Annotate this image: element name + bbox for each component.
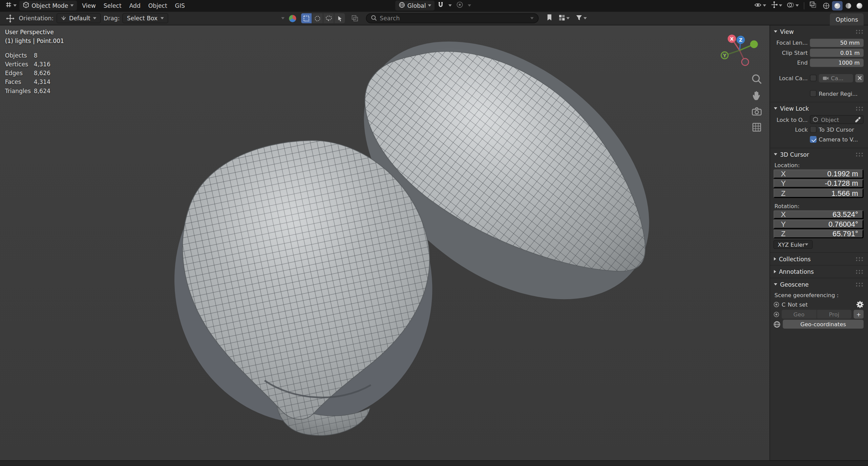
tweak-select-button[interactable] — [334, 13, 345, 23]
cursor-rotation-y[interactable]: Y0.76004° — [774, 220, 864, 229]
circle-select-button[interactable] — [312, 13, 323, 23]
stat-objects: Objects8 — [5, 51, 64, 60]
cursor-rotation-x[interactable]: X63.524° — [774, 210, 864, 219]
drag-dropdown[interactable]: Select Box — [123, 13, 168, 23]
drag-dropdown-value: Select Box — [127, 15, 157, 22]
render-region-checkbox[interactable] — [810, 90, 817, 97]
xray-toggle[interactable] — [808, 0, 818, 11]
menu-add[interactable]: Add — [125, 1, 144, 10]
cursor-location-y[interactable]: Y-0.1728 m — [774, 179, 864, 188]
shading-rendered-button[interactable] — [854, 1, 865, 10]
funnel-icon — [576, 14, 583, 23]
panel-grip[interactable] — [855, 282, 864, 287]
panel-view-header[interactable]: View — [770, 25, 868, 38]
shading-solid-button[interactable] — [832, 1, 843, 10]
move-tool-icon[interactable] — [4, 13, 16, 23]
panel-3d-cursor-header[interactable]: 3D Cursor — [770, 148, 868, 160]
focal-length-field[interactable]: 50 mm — [810, 39, 864, 47]
box-select-button[interactable] — [301, 13, 312, 23]
panel-grip[interactable] — [855, 257, 864, 262]
clip-end-field[interactable]: 1000 m — [810, 58, 864, 67]
add-crs-button[interactable]: + — [854, 310, 864, 318]
presets-grid-icon — [558, 14, 565, 23]
proj-button[interactable]: Proj — [817, 310, 851, 318]
viewport-3d[interactable]: User Perspective (1) lights | Point.001 … — [0, 25, 769, 460]
panel-grip[interactable] — [855, 29, 864, 34]
stat-triangles: Triangles8,624 — [5, 86, 64, 95]
menu-bar: View Select Add Object GIS — [78, 1, 189, 10]
crs-settings-button[interactable] — [856, 301, 864, 308]
display-presets-dropdown[interactable] — [557, 13, 571, 23]
panel-grip[interactable] — [855, 269, 864, 274]
object-visibility-dropdown[interactable] — [752, 0, 768, 11]
geo-coordinates-button[interactable]: Geo-coordinates — [783, 320, 864, 329]
eye-icon — [754, 1, 762, 10]
radio-icon[interactable] — [774, 301, 780, 307]
panel-grip[interactable] — [855, 106, 864, 111]
local-camera-field[interactable]: Ca... — [819, 74, 853, 82]
geo-button[interactable]: Geo — [782, 310, 816, 318]
scene-statistics: Objects8 Vertices4,316 Edges8,626 Faces4… — [5, 51, 64, 95]
local-camera-checkbox[interactable] — [810, 75, 817, 82]
mode-selector[interactable]: Object Mode — [19, 1, 77, 10]
lasso-select-button[interactable] — [323, 13, 334, 23]
cursor-location-x[interactable]: X0.1992 m — [774, 169, 864, 178]
snap-options-caret[interactable] — [447, 3, 454, 8]
clear-camera-button[interactable] — [855, 74, 864, 82]
clip-start-field[interactable]: 0.01 m — [810, 48, 864, 57]
panel-annotations-title: Annotations — [779, 268, 814, 275]
gizmo-neg-x-ball[interactable] — [742, 59, 749, 66]
camera-view-button[interactable] — [751, 105, 763, 117]
material-ball-icon — [845, 2, 852, 9]
rendered-ball-icon — [856, 2, 863, 9]
shading-material-button[interactable] — [843, 1, 853, 10]
orientation-dropdown[interactable]: Default — [56, 13, 101, 23]
panel-collections-header[interactable]: Collections — [770, 253, 868, 265]
proportional-edit-toggle[interactable] — [454, 0, 465, 11]
overlays-dropdown[interactable] — [785, 0, 801, 11]
panel-geoscene-header[interactable]: Geoscene — [770, 278, 868, 290]
geo-proj-row: Geo Proj + — [770, 309, 868, 319]
editor-grid-icon — [5, 1, 12, 10]
menu-view[interactable]: View — [78, 1, 100, 10]
panel-annotations-header[interactable]: Annotations — [770, 266, 868, 278]
navigation-gizmo[interactable]: X Z Y — [717, 32, 764, 69]
local-camera-row: Local Ca... Ca... — [770, 73, 868, 83]
camera-to-view-checkbox[interactable] — [810, 136, 817, 143]
zoom-button[interactable] — [751, 73, 763, 85]
cursor-location-z[interactable]: Z1.566 m — [774, 188, 864, 198]
gizmos-dropdown[interactable] — [769, 0, 784, 11]
transform-orientation-selector[interactable]: Global — [395, 1, 435, 10]
proportional-falloff-caret[interactable] — [466, 3, 473, 8]
panel-collections-title: Collections — [779, 256, 811, 262]
shading-wireframe-button[interactable] — [821, 1, 831, 10]
material-preview-sphere-icon[interactable] — [289, 15, 296, 22]
mesh-objects[interactable] — [0, 25, 769, 460]
geo-coordinates-row: Geo-coordinates — [770, 319, 868, 329]
radio-icon[interactable] — [774, 311, 780, 317]
panel-view-lock-header[interactable]: View Lock — [770, 102, 868, 114]
panel-grip[interactable] — [855, 152, 864, 157]
select-intersect-icon[interactable] — [350, 14, 360, 23]
lock-object-row: Lock to O... Object — [770, 114, 868, 124]
search-input[interactable] — [380, 15, 527, 22]
tool-header-caret[interactable] — [279, 16, 286, 20]
search-history-caret[interactable] — [530, 17, 534, 20]
bookmark-button[interactable] — [545, 13, 554, 24]
menu-gis[interactable]: GIS — [171, 1, 189, 10]
pan-button[interactable] — [751, 89, 763, 101]
main-area: User Perspective (1) lights | Point.001 … — [0, 25, 868, 460]
gizmo-y-axis-ball[interactable] — [750, 40, 758, 48]
filter-dropdown[interactable] — [574, 13, 588, 23]
menu-select[interactable]: Select — [100, 1, 125, 10]
rotation-mode-dropdown[interactable]: XYZ Euler — [774, 240, 813, 249]
cursor-rotation-z[interactable]: Z65.791° — [774, 229, 864, 239]
options-button[interactable]: Options — [830, 13, 864, 25]
snap-toggle[interactable] — [436, 0, 446, 11]
orthographic-toggle-button[interactable] — [751, 121, 763, 133]
camera-icon — [751, 105, 763, 117]
lock-3d-cursor-checkbox[interactable] — [810, 126, 817, 133]
editor-type-selector[interactable] — [3, 0, 18, 11]
lock-object-field[interactable]: Object — [810, 115, 864, 124]
menu-object[interactable]: Object — [144, 1, 171, 10]
